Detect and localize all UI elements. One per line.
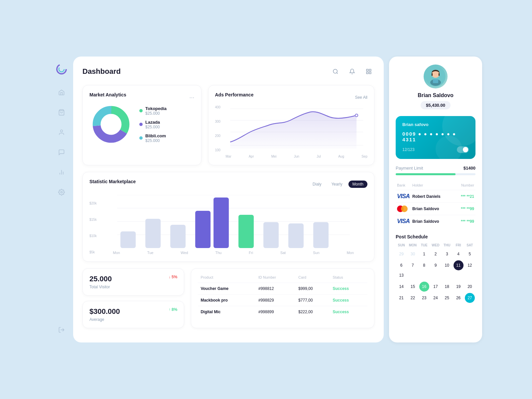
table-row: Digital Mic #998899 $222,00 Success [198, 306, 367, 318]
x-jul: Jul [317, 155, 321, 158]
cal-day-10[interactable]: 10 [442, 260, 452, 270]
cal-day-17[interactable]: 17 [431, 282, 441, 292]
bar-wed [170, 225, 186, 248]
cal-day-8[interactable]: 8 [419, 260, 429, 270]
tokopedia-value: $25.000 [145, 111, 167, 116]
x-apr: Apr [249, 155, 254, 158]
sidebar [50, 57, 73, 342]
svg-rect-31 [433, 79, 438, 83]
cal-day-7[interactable]: 7 [408, 260, 418, 270]
blibli-value: $25.000 [145, 138, 166, 143]
cal-week-2: 6 7 8 9 10 11 12 13 [396, 260, 475, 280]
cal-mon: MON [407, 243, 418, 247]
sidebar-item-analytics[interactable] [56, 166, 67, 178]
cal-day-3[interactable]: 3 [442, 249, 452, 259]
cal-day-2[interactable]: 2 [431, 249, 441, 259]
post-schedule-title: Post Schedule [396, 234, 475, 239]
cal-day-25[interactable]: 25 [442, 293, 452, 303]
sidebar-item-shop[interactable] [56, 106, 67, 118]
cal-day-5[interactable]: 5 [465, 249, 475, 259]
sidebar-item-logout[interactable] [56, 324, 67, 336]
sidebar-item-home[interactable] [56, 86, 67, 98]
header-actions [330, 66, 374, 77]
cal-day-6[interactable]: 6 [396, 260, 406, 270]
bar-chart [99, 195, 367, 248]
cal-day-22[interactable]: 22 [408, 293, 418, 303]
average-pct: 8% [172, 307, 177, 312]
search-button[interactable] [330, 66, 341, 77]
cal-day-24[interactable]: 24 [431, 293, 441, 303]
stat-y-5k: $5k [89, 250, 97, 254]
legend-lazada: Lazada $25.000 [139, 120, 167, 129]
market-analytics-menu[interactable]: ··· [189, 94, 194, 101]
card-3: $222,00 [296, 306, 330, 318]
arrow-down-icon: ↓ [169, 275, 171, 279]
cal-day-15[interactable]: 15 [408, 282, 418, 292]
cal-day-14[interactable]: 14 [396, 282, 406, 292]
cal-thu: THU [441, 243, 453, 247]
bank-num-1: *** **21 [454, 190, 475, 203]
x-mar: Mar [226, 155, 231, 158]
payment-limit-label: Payment Limit [396, 166, 423, 171]
arrow-up-icon: ↑ [169, 307, 171, 312]
cal-day-16[interactable]: 16 [419, 282, 429, 292]
cal-day-20[interactable]: 20 [465, 282, 475, 292]
svg-rect-13 [366, 72, 368, 74]
average-row: $300.000 Average ↑ 8% [89, 307, 177, 322]
tab-dialy[interactable]: Dialy [309, 181, 326, 188]
bank-row-1: VISA Robert Daniels *** **21 [396, 190, 475, 203]
cal-day-26[interactable]: 26 [454, 293, 464, 303]
blibli-label: Blibli.com [145, 133, 166, 138]
cal-wed: WED [430, 243, 441, 247]
cc-toggle[interactable] [457, 146, 469, 153]
id-3: #998899 [256, 306, 296, 318]
see-all-button[interactable]: See All [355, 95, 367, 100]
cal-day-29[interactable]: 29 [396, 249, 406, 259]
x-fri: Fri [249, 251, 253, 255]
x-sep: Sep [361, 155, 367, 158]
x-thu: Thu [215, 251, 221, 255]
tab-yearly[interactable]: Yearly [328, 181, 346, 188]
cal-day-9[interactable]: 9 [431, 260, 441, 270]
bank-row-3: VISA Brian Saldovo *** **99 [396, 215, 475, 228]
product-1: Voucher Game [198, 283, 256, 295]
card-2: $777,00 [296, 295, 330, 306]
cal-day-13[interactable]: 13 [396, 270, 406, 280]
bank-table: Bank Holder Number VISA Robert Daniels *… [396, 182, 475, 227]
cal-day-21[interactable]: 21 [396, 293, 406, 303]
sidebar-item-user[interactable] [56, 126, 67, 138]
sidebar-item-settings[interactable] [56, 186, 67, 198]
status-3: Success [330, 306, 367, 318]
top-row: Market Analytics ··· [82, 85, 374, 165]
cal-day-4[interactable]: 4 [454, 249, 464, 259]
ads-performance-title: Ads Performance [215, 92, 254, 97]
statistic-header: Statistic Marketplace Dialy Yearly Month [89, 179, 367, 190]
credit-card: Brian safovo 0009 ● ● ● ● ● ● ● 4311 12/… [396, 116, 475, 159]
cal-day-18[interactable]: 18 [442, 282, 452, 292]
id-1: #998812 [256, 283, 296, 295]
payment-progress-bar [396, 173, 475, 175]
cal-day-23[interactable]: 23 [419, 293, 429, 303]
cal-day-27[interactable]: 27 [465, 293, 475, 303]
cal-day-1[interactable]: 1 [419, 249, 429, 259]
main-content: Dashboard Market Analytics ··· [73, 57, 384, 342]
cal-day-30[interactable]: 30 [408, 249, 418, 259]
cal-day-19[interactable]: 19 [454, 282, 464, 292]
sidebar-item-chat[interactable] [56, 146, 67, 158]
svg-point-18 [101, 114, 121, 135]
notifications-button[interactable] [346, 66, 358, 77]
x-mei: Mei [271, 155, 277, 158]
cal-day-11[interactable]: 11 [454, 260, 464, 270]
grid-menu-button[interactable] [363, 66, 374, 77]
donut-chart [89, 103, 133, 146]
product-3: Digital Mic [198, 306, 256, 318]
cal-week-3: 14 15 16 17 18 19 20 [396, 282, 475, 292]
tab-month[interactable]: Month [348, 181, 367, 188]
cc-expiry: 12/123 [402, 147, 415, 152]
ads-performance-card: Ads Performance See All 400 300 200 100 [208, 85, 375, 165]
average-label: Average [89, 317, 120, 322]
svg-point-7 [61, 192, 63, 193]
cal-day-12[interactable]: 12 [465, 260, 475, 270]
svg-rect-12 [369, 69, 371, 71]
table-row: Voucher Game #998812 $999,00 Success [198, 283, 367, 295]
